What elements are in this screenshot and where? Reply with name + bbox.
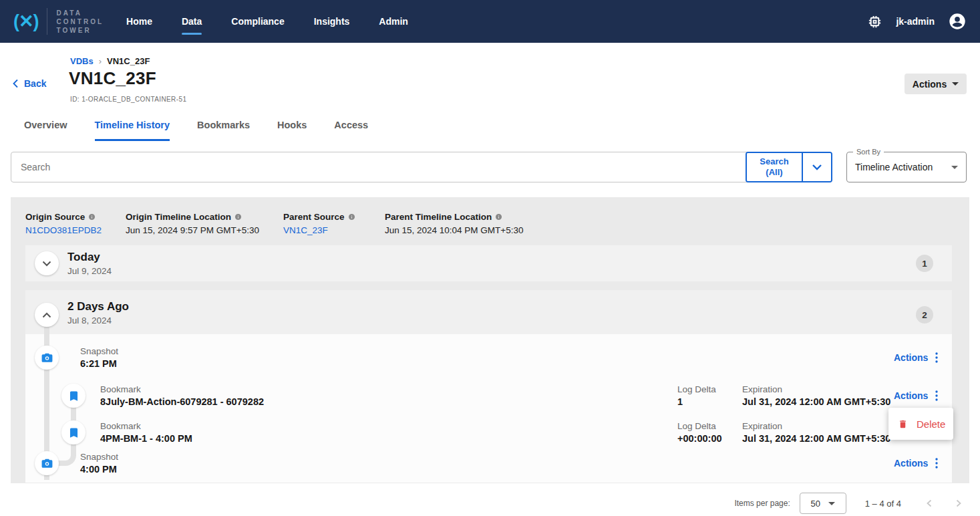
previous-page-button[interactable] bbox=[921, 495, 937, 511]
api-chip-icon[interactable] bbox=[867, 14, 882, 29]
chevron-up-icon bbox=[42, 312, 51, 318]
log-delta-value: +00:00:00 bbox=[677, 433, 722, 444]
row-actions-label: Actions bbox=[894, 390, 928, 401]
chevron-left-icon bbox=[925, 499, 933, 507]
search-field-wrap: Search (All) bbox=[11, 152, 832, 182]
nav-insights[interactable]: Insights bbox=[314, 12, 350, 31]
info-icon[interactable] bbox=[234, 213, 242, 221]
chevron-left-icon bbox=[12, 79, 19, 88]
item-name: 4:00 PM bbox=[80, 464, 118, 475]
brand-line: CONTROL bbox=[57, 17, 104, 26]
next-page-button[interactable] bbox=[951, 495, 967, 511]
item-name: 6:21 PM bbox=[80, 358, 118, 369]
more-vert-icon bbox=[935, 352, 938, 363]
nav-admin[interactable]: Admin bbox=[379, 12, 408, 31]
tab-timeline-history[interactable]: Timeline History bbox=[95, 120, 170, 141]
breadcrumb-vdbs-link[interactable]: VDBs bbox=[70, 56, 94, 66]
more-vert-icon bbox=[935, 390, 938, 401]
app-header: (✕) DATA CONTROL TOWER Home Data Complia… bbox=[0, 0, 980, 43]
username: jk-admin bbox=[896, 16, 935, 27]
caret-down-icon bbox=[952, 82, 959, 86]
row-actions-button[interactable]: Actions bbox=[894, 458, 938, 469]
group-title: 2 Days Ago bbox=[67, 300, 129, 313]
breadcrumb-current: VN1C_23F bbox=[107, 56, 150, 66]
brand-logo-icon: (✕) bbox=[13, 11, 39, 32]
more-vert-icon bbox=[935, 458, 938, 469]
origin-timeline-label: Origin Timeline Location bbox=[126, 212, 231, 222]
bookmark-icon bbox=[61, 384, 86, 408]
bookmark-icon bbox=[61, 420, 86, 444]
tab-hooks[interactable]: Hooks bbox=[277, 120, 307, 141]
search-button-sublabel: (All) bbox=[747, 167, 802, 178]
group-date: Jul 8, 2024 bbox=[67, 315, 129, 326]
trash-icon bbox=[898, 418, 908, 430]
source-info-row: Origin Source N1CDO381EPDB2 Origin Timel… bbox=[25, 212, 524, 235]
info-icon[interactable] bbox=[348, 213, 355, 221]
search-input[interactable] bbox=[11, 152, 832, 182]
nav-home[interactable]: Home bbox=[126, 12, 152, 31]
nav-compliance[interactable]: Compliance bbox=[231, 12, 284, 31]
expiration-value: Jul 31, 2024 12:00 AM GMT+5:30 bbox=[742, 396, 890, 407]
info-icon[interactable] bbox=[495, 213, 502, 221]
delete-menu-item[interactable]: Delete bbox=[917, 418, 945, 430]
group-title: Today bbox=[67, 251, 112, 264]
page-actions-button[interactable]: Actions bbox=[905, 74, 967, 94]
search-button-group: Search (All) bbox=[746, 152, 832, 182]
tab-access[interactable]: Access bbox=[334, 120, 368, 141]
parent-timeline-label: Parent Timeline Location bbox=[385, 212, 492, 222]
log-delta-value: 1 bbox=[677, 396, 716, 407]
search-all-button[interactable]: Search (All) bbox=[747, 153, 803, 181]
item-name: 4PM-BM-1 - 4:00 PM bbox=[100, 433, 192, 444]
timeline-row-snapshot: Snapshot 4:00 PM Actions bbox=[25, 451, 952, 475]
nav-data[interactable]: Data bbox=[182, 12, 202, 31]
back-label: Back bbox=[24, 78, 46, 89]
page-size-select[interactable]: 50 bbox=[800, 493, 846, 514]
brand-line: TOWER bbox=[57, 26, 104, 35]
items-per-page-label: Items per page: bbox=[734, 499, 790, 508]
parent-timeline-col: Parent Timeline Location Jun 15, 2024 10… bbox=[385, 212, 524, 235]
group-date: Jul 9, 2024 bbox=[67, 266, 112, 276]
main-nav: Home Data Compliance Insights Admin bbox=[126, 12, 408, 31]
parent-timeline-value: Jun 15, 2024 10:04 PM GMT+5:30 bbox=[385, 225, 524, 235]
sort-by-value: Timeline Activation bbox=[855, 162, 933, 172]
collapse-toggle-button[interactable] bbox=[35, 303, 59, 327]
brand-line: DATA bbox=[57, 9, 104, 17]
page-size-value: 50 bbox=[811, 499, 820, 509]
group-header bbox=[25, 290, 952, 334]
search-scope-dropdown-button[interactable] bbox=[803, 153, 831, 181]
breadcrumb: VDBs › VN1C_23F bbox=[70, 56, 150, 66]
parent-source-col: Parent Source VN1C_23F bbox=[283, 212, 385, 235]
tab-overview[interactable]: Overview bbox=[24, 120, 67, 141]
origin-timeline-value: Jun 15, 2024 9:57 PM GMT+5:30 bbox=[126, 225, 283, 235]
timeline-row-bookmark: Bookmark 8July-BM-Action-6079281 - 60792… bbox=[25, 384, 952, 408]
snapshot-camera-icon bbox=[35, 451, 59, 475]
sort-by-select[interactable]: Sort By Timeline Activation bbox=[846, 152, 967, 182]
brand-name: DATA CONTROL TOWER bbox=[57, 9, 104, 35]
tab-bookmarks[interactable]: Bookmarks bbox=[197, 120, 250, 141]
origin-source-col: Origin Source N1CDO381EPDB2 bbox=[25, 212, 126, 235]
brand-divider bbox=[47, 8, 47, 35]
toolbar: Search (All) Sort By Timeline Activation bbox=[11, 152, 967, 182]
chevron-right-icon bbox=[955, 499, 963, 507]
origin-source-link[interactable]: N1CDO381EPDB2 bbox=[25, 225, 126, 235]
caret-down-icon bbox=[828, 502, 835, 505]
tab-bar: Overview Timeline History Bookmarks Hook… bbox=[24, 120, 368, 141]
log-delta-label: Log Delta bbox=[677, 421, 722, 431]
parent-source-link[interactable]: VN1C_23F bbox=[283, 225, 385, 235]
expiration-value: Jul 31, 2024 12:00 AM GMT+5:30 bbox=[742, 433, 890, 444]
pagination-bar: Items per page: 50 1 – 4 of 4 bbox=[734, 493, 967, 514]
expand-toggle-button[interactable] bbox=[35, 251, 59, 275]
chevron-down-icon bbox=[42, 261, 51, 267]
sort-by-label: Sort By bbox=[853, 148, 884, 156]
back-button[interactable]: Back bbox=[12, 78, 46, 89]
page-actions-label: Actions bbox=[913, 79, 947, 90]
context-menu: Delete bbox=[888, 408, 953, 440]
breadcrumb-separator: › bbox=[99, 56, 102, 66]
log-delta-label: Log Delta bbox=[677, 384, 716, 394]
row-actions-button[interactable]: Actions bbox=[894, 352, 938, 363]
row-actions-button[interactable]: Actions bbox=[894, 390, 938, 401]
info-icon[interactable] bbox=[88, 213, 96, 221]
timeline-panel: Origin Source N1CDO381EPDB2 Origin Timel… bbox=[11, 197, 969, 483]
account-circle-icon[interactable] bbox=[948, 12, 967, 31]
timeline-row-bookmark: Bookmark 4PM-BM-1 - 4:00 PM Log Delta +0… bbox=[25, 420, 952, 444]
